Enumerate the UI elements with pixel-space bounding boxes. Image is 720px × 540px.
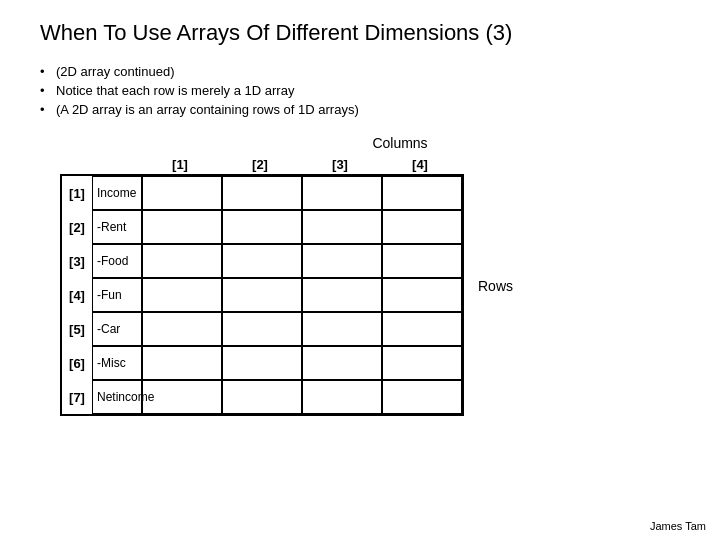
table-row: [5]-Car xyxy=(62,312,462,346)
data-cell xyxy=(382,312,462,346)
data-cell xyxy=(222,210,302,244)
author: James Tam xyxy=(650,520,706,532)
row-index: [2] xyxy=(62,210,92,244)
table-area: [1][2][3][4] [1]Income[2]-Rent[3]-Food[4… xyxy=(60,155,464,416)
row-index: [6] xyxy=(62,346,92,380)
col-header: [4] xyxy=(380,155,460,174)
data-cell xyxy=(302,210,382,244)
data-cell xyxy=(302,244,382,278)
row-index: [1] xyxy=(62,176,92,210)
data-cell xyxy=(222,244,302,278)
data-cell xyxy=(302,380,382,414)
data-cell xyxy=(142,346,222,380)
data-cell xyxy=(142,380,222,414)
data-cell xyxy=(222,346,302,380)
row-label: -Misc xyxy=(92,346,142,380)
row-label: -Rent xyxy=(92,210,142,244)
bullet-item: (A 2D array is an array containing rows … xyxy=(40,102,680,117)
page: When To Use Arrays Of Different Dimensio… xyxy=(0,0,720,540)
page-title: When To Use Arrays Of Different Dimensio… xyxy=(40,20,680,46)
data-cell xyxy=(222,380,302,414)
data-cell xyxy=(382,346,462,380)
data-cell xyxy=(222,278,302,312)
row-index: [7] xyxy=(62,380,92,414)
table-row: [6]-Misc xyxy=(62,346,462,380)
row-label: Netincome xyxy=(92,380,142,414)
bullet-item: Notice that each row is merely a 1D arra… xyxy=(40,83,680,98)
columns-label: Columns xyxy=(120,135,680,151)
table-row: [1]Income xyxy=(62,176,462,210)
data-cell xyxy=(382,380,462,414)
table-row: [7]Netincome xyxy=(62,380,462,414)
row-index: [3] xyxy=(62,244,92,278)
data-cell xyxy=(222,176,302,210)
rows-label: Rows xyxy=(478,278,513,294)
col-header: [2] xyxy=(220,155,300,174)
row-index: [4] xyxy=(62,278,92,312)
row-label: -Car xyxy=(92,312,142,346)
row-index: [5] xyxy=(62,312,92,346)
table-wrapper: [1][2][3][4] [1]Income[2]-Rent[3]-Food[4… xyxy=(60,155,680,416)
col-header: [1] xyxy=(140,155,220,174)
row-label: Income xyxy=(92,176,142,210)
data-cell xyxy=(302,176,382,210)
data-cell xyxy=(382,278,462,312)
data-cell xyxy=(142,210,222,244)
grid-body: [1]Income[2]-Rent[3]-Food[4]-Fun[5]-Car[… xyxy=(60,174,464,416)
data-cell xyxy=(302,312,382,346)
data-cell xyxy=(222,312,302,346)
data-cell xyxy=(382,244,462,278)
data-cell xyxy=(142,244,222,278)
table-row: [3]-Food xyxy=(62,244,462,278)
bullet-item: (2D array continued) xyxy=(40,64,680,79)
data-cell xyxy=(142,176,222,210)
data-cell xyxy=(302,346,382,380)
data-cell xyxy=(382,210,462,244)
data-cell xyxy=(302,278,382,312)
row-label: -Fun xyxy=(92,278,142,312)
col-header: [3] xyxy=(300,155,380,174)
data-cell xyxy=(142,278,222,312)
table-row: [4]-Fun xyxy=(62,278,462,312)
table-row: [2]-Rent xyxy=(62,210,462,244)
data-cell xyxy=(142,312,222,346)
col-headers: [1][2][3][4] xyxy=(140,155,464,174)
row-label: -Food xyxy=(92,244,142,278)
data-cell xyxy=(382,176,462,210)
bullet-list: (2D array continued)Notice that each row… xyxy=(40,64,680,117)
